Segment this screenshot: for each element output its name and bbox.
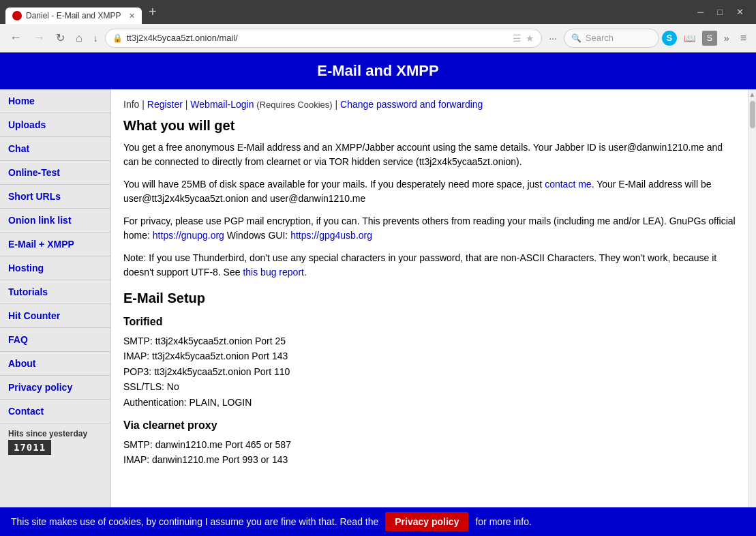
smtp-line: SMTP: tt3j2x4k5ycaa5zt.onion Port 25 [123, 333, 736, 348]
pop3-line: POP3: tt3j2x4k5ycaa5zt.onion Port 110 [123, 364, 736, 379]
skype-icon[interactable]: S [662, 31, 677, 46]
hits-count: 17011 [8, 440, 51, 455]
hamburger-menu-button[interactable]: ≡ [736, 30, 751, 46]
separator2: | [335, 99, 341, 110]
sidebar: Home Uploads Chat Online-Test Short URLs… [0, 89, 111, 507]
refresh-button[interactable]: ↻ [52, 29, 69, 46]
tab-bar: Daniel - E-Mail and XMPP ✕ + ─ □ ✕ [0, 0, 756, 24]
change-password-link[interactable]: Change password and forwarding [340, 99, 483, 110]
sidebar-item-hit-counter[interactable]: Hit Counter [0, 304, 110, 328]
search-placeholder-text: Search [586, 33, 614, 43]
sidebar-item-hosting[interactable]: Hosting [0, 256, 110, 280]
tab-close-icon[interactable]: ✕ [129, 12, 135, 20]
sidebar-item-onion-link-list[interactable]: Onion link list [0, 209, 110, 233]
hits-label: Hits since yesterday [8, 429, 102, 438]
new-tab-button[interactable]: + [145, 0, 161, 24]
main-content: Info | Register | Webmail-Login (Require… [111, 89, 748, 507]
scroll-thumb[interactable] [750, 101, 755, 128]
sidebar-item-email-xmpp[interactable]: E-Mail + XMPP [0, 233, 110, 256]
sidebar-item-short-urls[interactable]: Short URLs [0, 185, 110, 209]
para4-suffix: . [304, 267, 307, 278]
imap-line: IMAP: tt3j2x4k5ycaa5zt.onion Port 143 [123, 348, 736, 363]
gpg4usb-link[interactable]: https://gpg4usb.org [290, 230, 372, 241]
heading-torified: Torified [123, 316, 736, 328]
address-bar[interactable]: 🔒 tt3j2x4k5ycaa5zt.onion/mail/ ☰ ★ [105, 29, 543, 48]
cookie-bar-text: This site makes use of cookies, by conti… [11, 516, 378, 527]
heading-what-you-get: What you will get [123, 118, 736, 134]
home-button[interactable]: ⌂ [72, 30, 87, 46]
para3: For privacy, please use PGP mail encrypt… [123, 214, 736, 243]
sidebar-item-online-test[interactable]: Online-Test [0, 161, 110, 185]
para4: Note: If you use Thunderbird, don't use … [123, 251, 736, 280]
scroll-up-arrow[interactable]: ▲ [749, 91, 756, 98]
gnupg-link[interactable]: https://gnupg.org [153, 230, 224, 241]
download-button[interactable]: ↓ [89, 31, 102, 46]
imap-clearnet: IMAP: danwin1210.me Port 993 or 143 [123, 452, 736, 467]
search-glass-icon: 🔍 [571, 33, 581, 43]
page-action-icon: ☰ [513, 33, 521, 44]
para3-mid: Windows GUI: [224, 230, 290, 241]
sidebar-item-privacy-policy[interactable]: Privacy policy [0, 376, 110, 400]
bookmark-icon[interactable]: ★ [526, 33, 534, 44]
cookie-bar: This site makes use of cookies, by conti… [0, 507, 756, 536]
para2-prefix: You will have 25MB of disk space availab… [123, 179, 545, 190]
bug-report-link[interactable]: this bug report [243, 267, 304, 278]
address-url: tt3j2x4k5ycaa5zt.onion/mail/ [127, 33, 509, 43]
window-maximize-button[interactable]: □ [710, 5, 729, 19]
auth-line: Authentication: PLAIN, LOGIN [123, 395, 736, 410]
ssl-line: SSL/TLS: No [123, 379, 736, 394]
info-line: Info | Register | Webmail-Login (Require… [123, 99, 736, 110]
heading-email-setup: E-Mail Setup [123, 291, 736, 306]
para4-prefix: Note: If you use Thunderbird, don't use … [123, 252, 716, 278]
reader-view-button[interactable]: 📖 [680, 31, 699, 46]
para1: You get a free anonymous E-Mail address … [123, 140, 736, 169]
more-button[interactable]: ··· [545, 31, 561, 46]
page-wrapper: E-Mail and XMPP Home Uploads Chat Online… [0, 53, 756, 507]
privacy-policy-button[interactable]: Privacy policy [385, 512, 468, 531]
tab-title: Daniel - E-Mail and XMPP [26, 11, 125, 20]
search-box[interactable]: 🔍 Search [564, 29, 659, 48]
webmail-login-link[interactable]: Webmail-Login [190, 99, 254, 110]
tab-favicon [12, 11, 22, 20]
forward-button[interactable]: → [29, 29, 49, 47]
sidebar-item-uploads[interactable]: Uploads [0, 113, 110, 137]
sidebar-item-about[interactable]: About [0, 352, 110, 376]
sidebar-item-chat[interactable]: Chat [0, 137, 110, 161]
window-controls: ─ □ ✕ [691, 5, 751, 19]
hits-section: Hits since yesterday 17011 [0, 423, 110, 460]
window-minimize-button[interactable]: ─ [691, 5, 710, 19]
page-body: Home Uploads Chat Online-Test Short URLs… [0, 89, 756, 507]
window-close-button[interactable]: ✕ [729, 5, 751, 19]
page-title: E-Mail and XMPP [10, 62, 746, 80]
back-button[interactable]: ← [5, 29, 26, 47]
smtp-clearnet: SMTP: danwin1210.me Port 465 or 587 [123, 437, 736, 452]
page-scrollbar[interactable]: ▲ [748, 89, 756, 507]
cookie-after-text: for more info. [475, 516, 531, 527]
sidebar-item-contact[interactable]: Contact [0, 400, 110, 423]
sidebar-item-tutorials[interactable]: Tutorials [0, 280, 110, 304]
security-lock-icon: 🔒 [112, 33, 123, 43]
sidebar-item-home[interactable]: Home [0, 89, 110, 113]
heading-clearnet: Via clearnet proxy [123, 419, 736, 432]
overflow-button[interactable]: » [720, 31, 734, 46]
para2: You will have 25MB of disk space availab… [123, 177, 736, 206]
info-text: Info | [123, 99, 147, 110]
contact-me-link[interactable]: contact me [545, 179, 591, 190]
sidebar-item-faq[interactable]: FAQ [0, 328, 110, 352]
sync-icon[interactable]: S [702, 31, 717, 46]
register-link[interactable]: Register [147, 99, 183, 110]
webmail-login-note: (Requires Cookies) [256, 100, 332, 110]
browser-window: Daniel - E-Mail and XMPP ✕ + ─ □ ✕ ← → ↻… [0, 0, 756, 536]
nav-bar: ← → ↻ ⌂ ↓ 🔒 tt3j2x4k5ycaa5zt.onion/mail/… [0, 24, 756, 53]
active-tab[interactable]: Daniel - E-Mail and XMPP ✕ [5, 8, 142, 24]
page-header: E-Mail and XMPP [0, 53, 756, 89]
